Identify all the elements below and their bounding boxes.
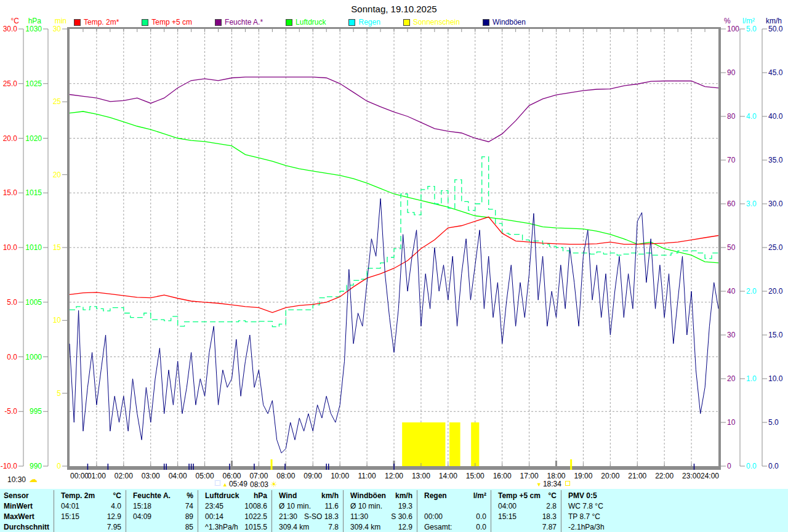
- cell-value: 0.0: [476, 512, 486, 521]
- table-header-2: Feuchte A.%: [126, 490, 198, 501]
- cell-value: km/h: [395, 491, 412, 500]
- twilight-icon: [215, 480, 220, 486]
- table-header-4: Windkm/h: [272, 490, 344, 501]
- cell-time: WC 7.8 °C: [568, 502, 603, 510]
- table-cell-0-3: Ø 10 min.11.6: [272, 501, 344, 511]
- svg-text:100: 100: [727, 25, 739, 33]
- cell-time: PMV 0:5: [568, 491, 597, 500]
- svg-text:00:00: 00:00: [70, 472, 89, 480]
- svg-text:15.0: 15.0: [768, 331, 783, 339]
- svg-text:1000: 1000: [25, 353, 42, 361]
- svg-text:30: 30: [53, 25, 62, 33]
- svg-text:15.0: 15.0: [3, 188, 18, 197]
- svg-text:23:00: 23:00: [682, 472, 701, 480]
- svg-text:1025: 1025: [25, 79, 42, 88]
- sunset-arrow-icon: ▼: [536, 482, 542, 488]
- svg-text:06:00: 06:00: [222, 472, 241, 480]
- first-sun-note: 08:03☀: [250, 480, 278, 489]
- table-cell-2-1: 85: [126, 522, 198, 532]
- cell-value: °C: [113, 491, 121, 500]
- svg-text:15: 15: [53, 243, 62, 252]
- cell-value: 1008.6: [244, 502, 267, 510]
- weather-chart: 30.025.020.015.010.05.00.0-5.0-10.010301…: [0, 0, 788, 489]
- svg-text:09:00: 09:00: [304, 472, 322, 480]
- svg-text:80: 80: [727, 112, 736, 121]
- table-cell-1-1: 04:0989: [126, 511, 198, 522]
- cell-time: 04:09: [133, 512, 151, 521]
- cell-time: 15:15: [61, 512, 79, 521]
- table-cell-0-7: WC 7.8 °C: [561, 501, 788, 511]
- cell-time: 309.4 km: [350, 523, 380, 531]
- table-cell-2-0: 7.95: [54, 522, 126, 532]
- sunshine-bars: [402, 422, 479, 466]
- svg-text:3.0: 3.0: [746, 200, 757, 208]
- sunrise-time-label: 05:49: [229, 480, 247, 488]
- table-header-sensor: Sensor: [0, 490, 54, 501]
- svg-text:0.0: 0.0: [768, 462, 779, 470]
- table-header-6: Regenl/m²: [417, 490, 491, 501]
- svg-text:30.0: 30.0: [3, 25, 18, 33]
- table-cell-0-4: Ø 10 min.19.3: [344, 501, 417, 511]
- cell-value: %: [187, 491, 193, 500]
- cell-time: 15:18: [133, 502, 151, 510]
- cell-time: Temp +5 cm: [498, 491, 541, 500]
- cell-time: 309.4 km: [279, 523, 309, 531]
- cell-value: °C: [549, 491, 557, 500]
- cell-time: Gesamt:: [424, 523, 452, 531]
- svg-text:35.0: 35.0: [768, 156, 783, 164]
- table-cell-1-4: 11:30S 30.6: [344, 511, 417, 522]
- cell-value: hPa: [254, 491, 267, 500]
- svg-text:19:00: 19:00: [574, 472, 592, 480]
- svg-text:17:00: 17:00: [520, 472, 539, 480]
- svg-text:08:00: 08:00: [276, 472, 295, 480]
- cell-value: 1015.5: [244, 523, 267, 531]
- svg-text:20: 20: [53, 171, 62, 179]
- cell-time: Ø 10 min.: [279, 502, 311, 510]
- svg-text:90: 90: [727, 68, 736, 77]
- svg-text:25.0: 25.0: [3, 79, 18, 88]
- svg-text:10: 10: [53, 316, 62, 324]
- svg-text:20: 20: [727, 374, 736, 383]
- cell-time: Wind: [279, 491, 297, 500]
- svg-text:04:00: 04:00: [169, 472, 187, 480]
- gridlines: [70, 29, 718, 466]
- svg-text:10: 10: [727, 418, 736, 427]
- cell-value: 7.8: [328, 523, 339, 531]
- table-cell-1-6: 15:1518.3: [491, 511, 561, 522]
- svg-text:990: 990: [30, 462, 42, 470]
- table-cell-1-3: 21:30S-SO 18.3: [272, 511, 344, 522]
- svg-text:40.0: 40.0: [768, 112, 783, 121]
- table-cell-0-0: 04:014.0: [54, 501, 126, 511]
- svg-text:0.0: 0.0: [746, 462, 757, 470]
- x-axis-labels: 00:0001:0002:0003:0004:0005:0006:0007:00…: [70, 472, 719, 480]
- series-Temp +5 cm: [70, 157, 718, 327]
- table-cell-1-7: TP 8.7 °C: [561, 511, 788, 522]
- cell-time: 21:30: [279, 512, 297, 521]
- svg-text:0: 0: [727, 462, 731, 470]
- cell-value: km/h: [321, 491, 339, 500]
- table-cell-2-5: Gesamt:0.0: [417, 522, 491, 532]
- cell-time: 11:30: [350, 512, 368, 521]
- svg-text:5.0: 5.0: [746, 25, 757, 33]
- cell-value: 12.9: [398, 523, 412, 531]
- cell-time: 15:15: [498, 512, 517, 521]
- svg-text:-5.0: -5.0: [4, 407, 17, 416]
- table-header-3: LuftdruckhPa: [198, 490, 272, 501]
- cell-value: 85: [185, 523, 193, 531]
- table-cell-2-7: -2.1hPa/3h: [561, 522, 788, 532]
- svg-text:1.0: 1.0: [746, 374, 757, 383]
- cell-time: TP 8.7 °C: [568, 512, 600, 521]
- svg-text:0.0: 0.0: [7, 353, 17, 361]
- svg-text:21:00: 21:00: [628, 472, 646, 480]
- cell-time: ^1.3hPa/h: [205, 523, 238, 531]
- svg-text:16:00: 16:00: [493, 472, 512, 480]
- cell-value: 1022.5: [244, 512, 267, 521]
- table-cell-2-6: 7.87: [491, 522, 561, 532]
- sunset-note: ▼18:34: [535, 480, 570, 488]
- svg-text:5.0: 5.0: [7, 298, 17, 307]
- series-Temp. 2m: [70, 217, 718, 312]
- series-Feuchte A.: [70, 77, 718, 142]
- svg-text:1020: 1020: [25, 134, 42, 143]
- table-header-8: PMV 0:5: [561, 490, 788, 501]
- svg-text:25: 25: [53, 97, 62, 106]
